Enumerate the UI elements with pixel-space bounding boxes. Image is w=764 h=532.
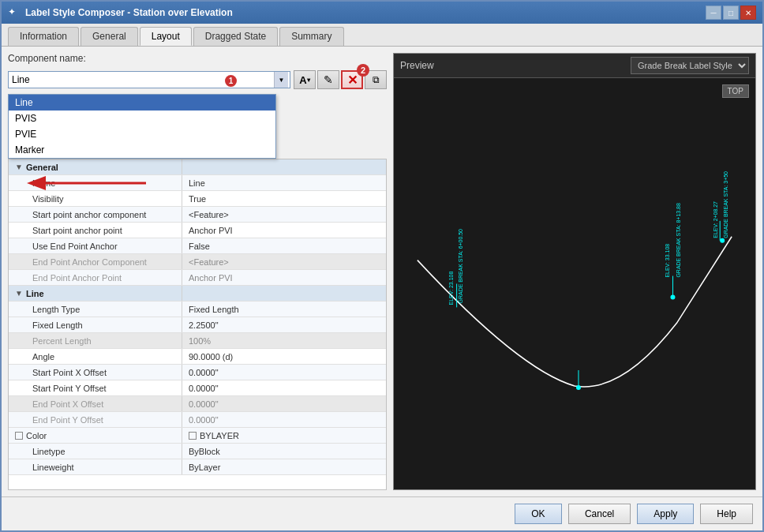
svg-text:ELEV: 23.108: ELEV: 23.108 [448, 272, 454, 305]
prop-name-color: Color [9, 428, 182, 443]
tab-information[interactable]: Information [8, 27, 79, 46]
general-section-label: ▼ General [9, 159, 182, 174]
dropdown-arrow-icon: ▼ [274, 72, 288, 88]
ok-button[interactable]: OK [515, 504, 562, 524]
svg-text:GRADE BREAK STA: 3+50: GRADE BREAK STA: 3+50 [723, 171, 728, 238]
table-row: Length Type Fixed Length [9, 302, 386, 317]
svg-text:ELEV: 2+08.27: ELEV: 2+08.27 [713, 201, 718, 238]
prop-value-use-end-anchor[interactable]: False [182, 238, 386, 253]
close-button[interactable]: ✕ [740, 6, 756, 20]
prop-value-visibility[interactable]: True [182, 191, 386, 206]
table-row: Start Point Y Offset 0.0000" [9, 380, 386, 396]
svg-text:GRADE BREAK STA: 8+13.88: GRADE BREAK STA: 8+13.88 [676, 203, 681, 277]
selected-component-text: Line [12, 74, 30, 85]
help-button[interactable]: Help [700, 504, 753, 524]
dropdown-item-marker[interactable]: Marker [9, 142, 275, 158]
table-row: Lineweight ByLayer [9, 459, 386, 475]
tab-dragged-state[interactable]: Dragged State [193, 27, 278, 46]
content-area: Component name: Line ▼ A▾ ✎ ✕ 2 [2, 47, 762, 496]
prop-name-start-anchor-comp: Start point anchor component [9, 207, 182, 222]
dropdown-item-line[interactable]: Line [9, 95, 275, 111]
component-controls: Line ▼ A▾ ✎ ✕ 2 ⧉ [8, 70, 387, 89]
table-row: End Point Anchor Point Anchor PVI [9, 270, 386, 286]
tab-summary[interactable]: Summary [279, 27, 343, 46]
line-section-value [182, 286, 386, 301]
color-checkbox[interactable] [15, 432, 23, 440]
table-row: End Point X Offset 0.0000" [9, 396, 386, 412]
preview-panel: Preview Grade Break Label Style TOP [393, 53, 756, 490]
table-row: Start Point X Offset 0.0000" [9, 365, 386, 380]
red-arrow-svg [16, 175, 150, 191]
prop-name-end-x-offset: End Point X Offset [9, 396, 182, 411]
main-window: ✦ Label Style Composer - Station over El… [0, 0, 764, 532]
preview-header: Preview Grade Break Label Style [394, 54, 755, 78]
component-name-label: Component name: [8, 53, 86, 64]
prop-value-percent-length: 100% [182, 333, 386, 348]
prop-value-end-anchor-pt: Anchor PVI [182, 270, 386, 285]
apply-button[interactable]: Apply [637, 504, 694, 524]
badge-2: 2 [357, 64, 369, 77]
top-badge: TOP [722, 84, 749, 98]
preview-canvas: TOP GRADE BREAK STA: 6+00.50 ELEV: 23.10… [394, 78, 755, 489]
prop-name-visibility: Visibility [9, 191, 182, 206]
prop-value-color[interactable]: BYLAYER [182, 428, 386, 443]
prop-value-lineweight[interactable]: ByLayer [182, 459, 386, 474]
preview-label: Preview [400, 60, 434, 71]
table-row: Fixed Length 2.2500" [9, 317, 386, 333]
line-section-header: ▼ Line [9, 286, 386, 302]
tab-layout[interactable]: Layout [140, 27, 192, 46]
prop-value-end-anchor-comp: <Feature> [182, 254, 386, 269]
prop-value-start-anchor-pt[interactable]: Anchor PVI [182, 223, 386, 238]
window-title: Label Style Composer - Station over Elev… [25, 7, 233, 18]
table-row: End Point Anchor Component <Feature> [9, 254, 386, 270]
component-select-display[interactable]: Line ▼ [8, 71, 290, 88]
prop-value-length-type[interactable]: Fixed Length [182, 302, 386, 317]
table-row: Angle 90.0000 (d) [9, 349, 386, 365]
prop-value-fixed-length[interactable]: 2.2500" [182, 317, 386, 332]
title-bar: ✦ Label Style Composer - Station over El… [2, 2, 762, 24]
table-row: Visibility True [9, 191, 386, 207]
svg-text:GRADE BREAK STA: 6+00.50: GRADE BREAK STA: 6+00.50 [458, 229, 463, 303]
add-component-button[interactable]: A▾ [294, 70, 316, 89]
minimize-button[interactable]: ─ [706, 6, 721, 20]
tab-general[interactable]: General [81, 27, 138, 46]
prop-value-name[interactable]: Line [182, 175, 386, 190]
prop-value-start-y-offset[interactable]: 0.0000" [182, 380, 386, 395]
edit-component-button[interactable]: ✎ [317, 70, 339, 89]
prop-value-start-anchor-comp[interactable]: <Feature> [182, 207, 386, 222]
badge-1: 1 [225, 75, 237, 87]
bottom-bar: OK Cancel Apply Help [2, 496, 762, 530]
preview-style-select[interactable]: Grade Break Label Style [631, 57, 749, 74]
prop-name-lineweight: Lineweight [9, 459, 182, 474]
prop-value-linetype[interactable]: ByBlock [182, 444, 386, 459]
prop-value-end-x-offset: 0.0000" [182, 396, 386, 411]
color-value-checkbox [189, 432, 197, 440]
svg-point-15 [720, 238, 725, 243]
general-section-header: ▼ General [9, 159, 386, 175]
prop-value-start-x-offset[interactable]: 0.0000" [182, 365, 386, 380]
prop-value-angle[interactable]: 90.0000 (d) [182, 349, 386, 364]
prop-name-end-anchor-comp: End Point Anchor Component [9, 254, 182, 269]
maximize-button[interactable]: □ [723, 6, 739, 20]
line-section-label: ▼ Line [9, 286, 182, 301]
cancel-button[interactable]: Cancel [568, 504, 631, 524]
prop-name-length-type: Length Type [9, 302, 182, 317]
app-icon: ✦ [8, 6, 21, 19]
prop-name-end-y-offset: End Point Y Offset [9, 412, 182, 427]
toolbar-buttons: A▾ ✎ ✕ 2 ⧉ [294, 70, 387, 89]
expand-icon: ▼ [15, 163, 23, 171]
dropdown-item-pvie[interactable]: PVIE [9, 126, 275, 142]
table-row: Color BYLAYER [9, 428, 386, 444]
svg-text:ELEV: 33.108: ELEV: 33.108 [665, 244, 670, 278]
dropdown-item-pvis[interactable]: PVIS [9, 111, 275, 126]
prop-name-fixed-length: Fixed Length [9, 317, 182, 332]
tabs-bar: Information General Layout Dragged State… [2, 24, 762, 47]
expand-icon: ▼ [15, 289, 23, 298]
prop-name-start-y-offset: Start Point Y Offset [9, 380, 182, 395]
general-section-value [182, 159, 386, 174]
table-row: Percent Length 100% [9, 333, 386, 349]
title-controls: ─ □ ✕ [706, 6, 756, 20]
component-select-wrapper: Line ▼ [8, 71, 290, 88]
arrow-indicator [16, 175, 150, 191]
prop-name-linetype: Linetype [9, 444, 182, 459]
